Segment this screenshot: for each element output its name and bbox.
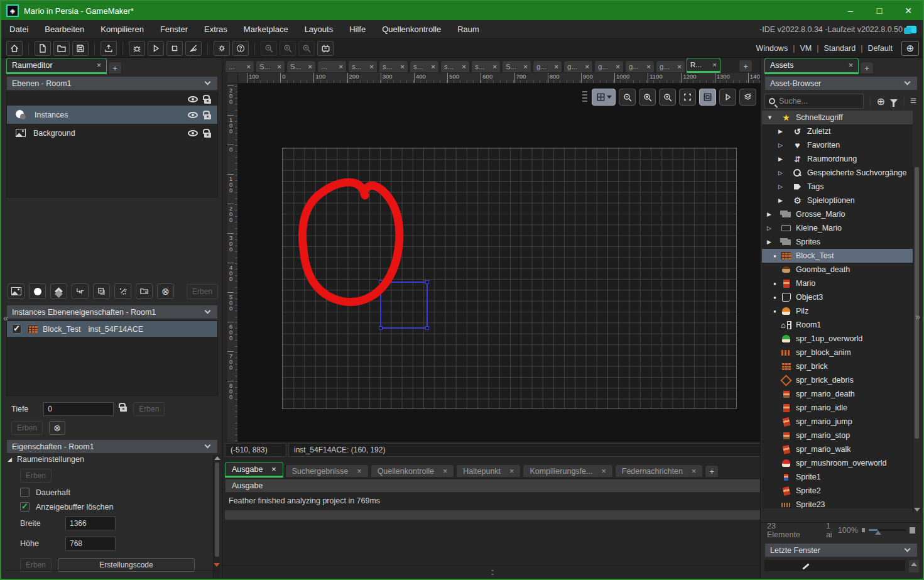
resize-handle[interactable]	[379, 280, 383, 284]
close-tab-icon[interactable]: ×	[277, 63, 281, 70]
room-grid[interactable]	[282, 148, 737, 409]
expand-arrow-icon[interactable]: ▷	[778, 183, 787, 190]
add-document-tab-button[interactable]: +	[739, 60, 753, 72]
canvas-zoom-reset-button[interactable]	[639, 89, 656, 106]
lock-all-icon[interactable]	[204, 99, 211, 104]
reset-icon[interactable]: ⊗	[49, 421, 65, 435]
asset-item[interactable]: Sprite1	[762, 470, 913, 484]
add-path-layer-button[interactable]	[72, 283, 89, 299]
output-tab[interactable]: Suchergebnisse ×	[285, 464, 369, 478]
menu-item[interactable]: Layouts	[296, 25, 342, 34]
room-width-input[interactable]	[65, 517, 116, 530]
asset-item[interactable]: ▶ Raumordnung	[762, 152, 913, 166]
document-tab[interactable]: ... ×	[225, 60, 254, 73]
output-tab[interactable]: Quellenkontrolle ×	[371, 464, 455, 478]
asset-item[interactable]: ● Mario	[762, 276, 913, 290]
close-button[interactable]: ✕	[894, 1, 923, 20]
room-erben-button[interactable]: Erben	[20, 469, 52, 483]
asset-item[interactable]: spr_mario_idle	[762, 401, 913, 415]
maximize-button[interactable]: □	[865, 1, 894, 20]
expand-arrow-icon[interactable]: ▶	[778, 128, 787, 134]
resize-handle[interactable]	[425, 326, 429, 330]
platform-os[interactable]: Windows	[751, 44, 793, 53]
close-tab-icon[interactable]: ×	[601, 467, 606, 476]
help-button[interactable]	[232, 41, 249, 56]
close-tab-icon[interactable]: ×	[509, 467, 514, 476]
document-tab[interactable]: S... ×	[256, 60, 285, 73]
scroll-down-icon[interactable]	[214, 563, 220, 567]
menu-item[interactable]: Quellenkontrolle	[374, 25, 449, 34]
zoom-reset-button[interactable]	[280, 41, 296, 56]
expand-arrow-icon[interactable]: ▷	[778, 142, 787, 148]
document-tab[interactable]: g... ×	[533, 60, 562, 73]
delete-layer-button[interactable]: ⊗	[157, 283, 174, 299]
expand-arrow-icon[interactable]: ▼	[767, 114, 776, 121]
asset-item[interactable]: Room1	[762, 318, 913, 332]
recent-windows-dropdown[interactable]: Letzte Fenster	[764, 543, 918, 557]
document-tab[interactable]: S... ×	[286, 60, 316, 73]
asset-item[interactable]: ▷ Kleine_Mario	[762, 221, 913, 235]
asset-item[interactable]: ▶ Grosse_Mario	[762, 207, 913, 221]
asset-item[interactable]: ● Pilz	[762, 304, 913, 318]
settings-button[interactable]	[214, 41, 230, 56]
close-tab-icon[interactable]: ×	[646, 63, 651, 70]
asset-zoom-slider[interactable]	[869, 529, 905, 531]
document-tab[interactable]: S... ×	[502, 60, 531, 73]
close-tab-icon[interactable]: ×	[712, 61, 717, 68]
add-tile-layer-button[interactable]	[50, 283, 67, 299]
expand-arrow-icon[interactable]: ▶	[767, 239, 776, 245]
close-tab-icon[interactable]: ×	[585, 63, 589, 70]
room-canvas[interactable]	[238, 84, 761, 442]
menu-item[interactable]: Hilfe	[341, 25, 374, 34]
close-tab-icon[interactable]: ×	[554, 63, 558, 70]
asset-item[interactable]: spr_mario_walk	[762, 442, 913, 456]
room-properties-dropdown[interactable]: Eigenschaften - Room1	[6, 439, 218, 454]
expand-arrow-icon[interactable]: ▶	[778, 197, 787, 204]
asset-item[interactable]: ▶ Sprites	[762, 235, 913, 249]
document-tab[interactable]: g... ×	[625, 60, 655, 73]
resize-handle[interactable]	[379, 326, 383, 330]
add-layer-folder-button[interactable]	[136, 283, 153, 299]
collapse-left-panel-icon[interactable]: «	[3, 313, 8, 323]
asset-search-input[interactable]: Suche...	[764, 94, 864, 109]
room-height-input[interactable]	[65, 537, 116, 550]
document-tab[interactable]: g... ×	[594, 60, 624, 73]
asset-item[interactable]: ▶ Spieloptionen	[762, 194, 913, 207]
close-tab-icon[interactable]: ×	[431, 63, 435, 70]
asset-item[interactable]: spr_mushroom_overworld	[762, 456, 913, 470]
target-icon[interactable]: ⊕	[901, 41, 919, 56]
output-tab[interactable]: Kompilierungsfe... ×	[523, 464, 612, 478]
asset-item[interactable]: ▼ Schnellzugriff	[762, 111, 913, 124]
document-tab[interactable]: s... ×	[410, 60, 439, 73]
depth-lock-icon[interactable]	[120, 407, 127, 412]
minimize-button[interactable]: –	[836, 1, 865, 20]
close-tab-icon[interactable]: ×	[400, 63, 405, 70]
asset-item[interactable]: spr_1up_overworld	[762, 332, 913, 346]
erben-layer-button[interactable]: Erben	[187, 284, 218, 299]
document-tab[interactable]: s... ×	[471, 60, 501, 73]
persistent-checkbox[interactable]	[20, 488, 30, 497]
layer-row-instances[interactable]: Instances	[7, 106, 217, 124]
lock-icon[interactable]	[204, 114, 211, 119]
erben-button[interactable]: Erben	[11, 421, 43, 435]
add-asset-layer-button[interactable]	[93, 283, 110, 299]
close-tab-icon[interactable]: ×	[462, 63, 466, 70]
canvas-play-button[interactable]	[719, 89, 736, 106]
document-tab[interactable]: s... ×	[379, 60, 408, 73]
document-tab[interactable]: R... ×	[687, 58, 720, 73]
add-background-layer-button[interactable]	[8, 283, 24, 299]
grid-toggle-button[interactable]	[592, 89, 616, 106]
menu-item[interactable]: Datei	[1, 25, 36, 34]
scroll-up-button[interactable]	[909, 560, 919, 572]
close-tab-icon[interactable]: ×	[369, 63, 374, 70]
depth-input[interactable]	[43, 402, 114, 416]
asset-item[interactable]: ● Object3	[762, 290, 913, 304]
collapse-triangle-icon[interactable]: ◢	[8, 456, 12, 462]
menu-item[interactable]: Marketplace	[236, 25, 296, 34]
visibility-icon[interactable]	[188, 130, 198, 136]
asset-item[interactable]: ● Block_Test	[762, 249, 913, 263]
fit-to-view-button[interactable]	[679, 89, 696, 106]
instance-row[interactable]: Block_Test inst_54F14ACE	[7, 321, 217, 337]
output-tab[interactable]: Ausgabe ×	[225, 462, 283, 478]
chat-bubbles-icon[interactable]	[906, 26, 916, 33]
